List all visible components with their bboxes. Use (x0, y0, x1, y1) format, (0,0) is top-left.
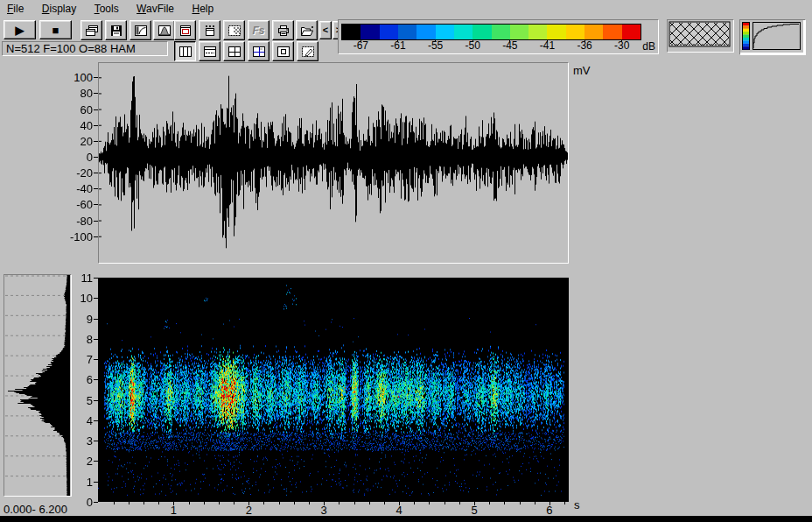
select-region-icon (228, 25, 242, 37)
spectrogram-y-tick (94, 482, 98, 483)
colorbar-segment-9 (510, 25, 528, 39)
spectrogram-x-tick (219, 502, 220, 504)
colorbar-segment-1 (360, 25, 379, 39)
stop-icon: ■ (52, 25, 60, 36)
select-region-button[interactable] (223, 20, 245, 40)
sampling-settings-button[interactable]: Fs (248, 20, 270, 40)
waveform-y-tick-label: 0 (54, 151, 93, 164)
open-file-button[interactable] (296, 20, 318, 40)
spectrogram-plot[interactable] (98, 278, 569, 502)
layout-rows-button[interactable] (199, 41, 220, 61)
window-function-button[interactable] (153, 20, 175, 40)
capture-window-button[interactable] (174, 20, 196, 40)
spectrogram-x-tick (414, 502, 415, 504)
colorbar-tick-label: -61 (383, 39, 413, 52)
spectrogram-x-tick (399, 502, 400, 505)
spectrogram-y-tick-label: 7 (65, 353, 93, 366)
waveform-y-tick-label: -20 (54, 166, 93, 180)
sampling-settings-icon: Fs (252, 25, 264, 36)
spectrogram-x-tick (535, 502, 536, 504)
menu-file[interactable]: File (0, 1, 31, 16)
colorbar-legend: dB -67-61-55-50-45-41-36-30 (338, 19, 659, 54)
colorbar-segment-3 (398, 25, 416, 39)
waveform-plot[interactable] (99, 63, 568, 263)
colorbar-segment-14 (603, 25, 621, 39)
spectrogram-x-tick (234, 502, 234, 504)
menu-display[interactable]: Display (35, 1, 83, 16)
spectrogram-x-tick (324, 502, 325, 505)
colorbar-segment-8 (492, 25, 510, 39)
play-button[interactable]: ▶ (4, 20, 36, 39)
waveform-y-tick (94, 93, 98, 94)
avg-spectrum-plot[interactable] (4, 275, 71, 496)
spectrogram-x-tick (339, 502, 340, 504)
spectrogram-y-tick (94, 319, 98, 320)
colorbar-segment-0 (342, 25, 360, 39)
colorbar-tick-label: -55 (421, 39, 451, 52)
spectrogram-x-tick-label: 2 (235, 504, 262, 517)
spectrogram-x-tick-label: 5 (461, 504, 487, 517)
spectrogram-x-tick (279, 502, 280, 504)
spectrogram-y-tick-label: 9 (65, 313, 93, 326)
layout-inner-box-button[interactable] (272, 41, 294, 61)
waveform-y-tick-label: -100 (54, 230, 93, 243)
marker-window-button[interactable] (199, 20, 220, 40)
colorbar-tick-label: -30 (607, 39, 637, 52)
menu-tools[interactable]: Tools (88, 1, 126, 16)
spectrogram-y-tick-label: 1 (65, 476, 93, 489)
spectrogram-x-tick (309, 502, 310, 504)
prev-view-button[interactable]: < (319, 21, 332, 39)
waveform-panel (98, 62, 569, 264)
spectrogram-y-tick-label: 6 (65, 373, 93, 386)
waveform-y-tick (94, 221, 98, 222)
menu-wavfile[interactable]: WavFile (130, 1, 181, 16)
layout-cross-blue-button[interactable] (248, 41, 270, 61)
bottom-strip (0, 516, 812, 522)
menu-bar: File Display Tools WavFile Help (0, 0, 812, 16)
cascade-windows-icon (85, 25, 99, 37)
cascade-windows-button[interactable] (80, 20, 102, 40)
colorbar-tick-label: -45 (495, 39, 525, 52)
spectrogram-y-tick (94, 461, 98, 462)
colorbar-segment-13 (584, 25, 603, 39)
save-button[interactable] (105, 20, 127, 40)
print-button[interactable] (272, 20, 294, 40)
layout-cross-icon (228, 46, 242, 58)
waveform-y-tick (94, 236, 98, 237)
spectrogram-unit-label: s (574, 498, 580, 511)
spectrogram-y-tick-label: 2 (65, 455, 93, 468)
edit-annotations-button[interactable] (297, 41, 318, 61)
layout-rows-icon (203, 46, 217, 58)
menu-help[interactable]: Help (185, 1, 220, 16)
transfer-curve-panel (739, 19, 806, 55)
transfer-curve-button[interactable] (130, 20, 151, 40)
spectrogram-y-tick-label: 3 (65, 434, 93, 448)
spectrogram-x-tick (354, 502, 355, 504)
spectrogram-x-tick-label: 6 (536, 504, 563, 517)
spectrogram-x-tick (129, 502, 130, 504)
spectrogram-y-tick (94, 502, 98, 503)
print-icon (276, 25, 290, 37)
colorbar-swatches (341, 24, 641, 40)
edit-pencil-icon (301, 46, 315, 58)
colorbar-segment-11 (547, 25, 565, 39)
spectrogram-x-tick (504, 502, 505, 504)
spectrogram-y-tick (94, 420, 98, 421)
waveform-y-tick-label: 100 (54, 71, 93, 84)
waveform-unit-label: mV (573, 64, 591, 77)
spectrogram-y-tick (94, 278, 98, 279)
layout-inner-box-icon (276, 46, 290, 58)
time-range-label: 0.000- 6.200 (4, 503, 67, 516)
spectrogram-x-tick (520, 502, 521, 504)
colorbar-segment-12 (566, 25, 584, 39)
waveform-y-tick (94, 77, 98, 78)
colorbar-unit-label: dB (642, 40, 655, 53)
stop-button[interactable]: ■ (39, 20, 72, 39)
layout-columns-button[interactable] (174, 41, 196, 61)
capture-window-icon (178, 25, 192, 37)
layout-cross-button[interactable] (223, 41, 245, 61)
waveform-y-tick (94, 141, 98, 142)
spectrogram-y-tick-label: 5 (65, 394, 93, 407)
waveform-y-tick (94, 157, 98, 158)
colorbar-tick-label: -41 (532, 39, 562, 52)
